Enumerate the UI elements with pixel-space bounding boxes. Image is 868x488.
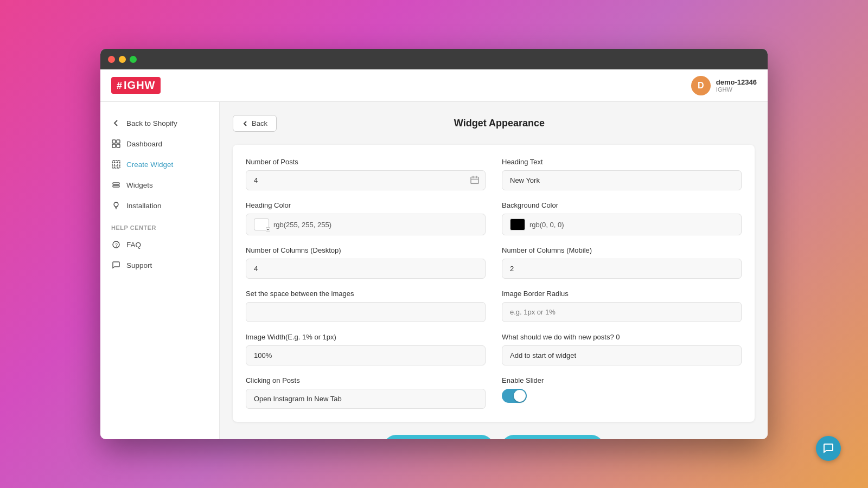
footer-buttons: COMPLETE PREVIEW: [233, 435, 755, 439]
svg-rect-9: [113, 183, 119, 184]
preview-button[interactable]: PREVIEW: [502, 435, 603, 439]
image-width-input[interactable]: [246, 345, 486, 365]
number-of-posts-input-wrapper: [246, 170, 486, 190]
heading-color-input-wrapper[interactable]: ▼ rgb(255, 255, 255): [246, 214, 486, 235]
toggle-knob: [514, 390, 526, 402]
form-grid: Number of Posts: [246, 158, 742, 409]
heading-color-label: Heading Color: [246, 201, 486, 209]
number-of-posts-input[interactable]: [246, 170, 486, 190]
minimize-button[interactable]: [119, 56, 126, 63]
user-text: demo-12346 IGHW: [716, 78, 757, 93]
user-subtitle: IGHW: [716, 86, 757, 93]
columns-mobile-input[interactable]: [502, 259, 742, 279]
image-width-label: Image Width(E.g. 1% or 1px): [246, 333, 486, 341]
svg-rect-2: [112, 144, 116, 147]
clicking-posts-group: Clicking on Posts Open Instagram In New …: [246, 376, 486, 409]
sidebar-label-faq: FAQ: [126, 241, 141, 249]
back-button-label: Back: [252, 119, 267, 127]
logo-hash: #: [117, 80, 123, 91]
svg-text:?: ?: [115, 242, 118, 248]
svg-rect-1: [117, 140, 120, 143]
svg-rect-15: [471, 177, 478, 183]
back-button[interactable]: Back: [233, 115, 277, 132]
clicking-posts-label: Clicking on Posts: [246, 376, 486, 384]
columns-desktop-group: Number of Columns (Desktop): [246, 246, 486, 279]
enable-slider-group: Enable Slider: [502, 376, 742, 409]
chat-circle-icon: [111, 260, 121, 270]
logo-box: #IGHW: [111, 77, 161, 94]
avatar: D: [691, 76, 711, 95]
logo-text: IGHW: [124, 79, 155, 91]
new-posts-label: What should we do with new posts? 0: [502, 333, 742, 341]
heading-text-input[interactable]: [502, 170, 742, 190]
color-swatch-dropdown: ▼: [266, 227, 270, 232]
app-logo: #IGHW: [111, 77, 161, 94]
number-of-posts-label: Number of Posts: [246, 158, 486, 166]
new-posts-group: What should we do with new posts? 0: [502, 333, 742, 365]
columns-desktop-input[interactable]: [246, 259, 486, 279]
space-between-label: Set the space between the images: [246, 290, 486, 298]
user-name: demo-12346: [716, 78, 757, 86]
sidebar-item-create-widget[interactable]: Create Widget: [100, 154, 219, 175]
form-card: Number of Posts: [233, 145, 755, 422]
sidebar-label-support: Support: [126, 261, 152, 269]
background-color-group: Background Color rgb(0, 0, 0): [502, 201, 742, 235]
heading-text-group: Heading Text: [502, 158, 742, 190]
lightbulb-icon: [111, 201, 121, 210]
border-radius-input[interactable]: [502, 302, 742, 322]
background-color-label: Background Color: [502, 201, 742, 209]
chat-bubble-button[interactable]: [816, 436, 841, 461]
svg-rect-4: [112, 160, 120, 168]
traffic-lights: [108, 56, 137, 63]
grid-icon: [111, 139, 121, 149]
background-color-value: rgb(0, 0, 0): [529, 221, 564, 229]
page-title: Widget Appearance: [288, 118, 711, 129]
background-color-swatch: [510, 219, 525, 230]
clicking-posts-select[interactable]: Open Instagram In New Tab: [246, 389, 486, 409]
columns-mobile-group: Number of Columns (Mobile): [502, 246, 742, 279]
main-content: Back Widget Appearance Number of Posts: [220, 102, 768, 439]
sidebar-item-widgets[interactable]: Widgets: [100, 175, 219, 195]
content-wrapper: #IGHW D demo-12346 IGHW: [100, 69, 768, 439]
question-circle-icon: ?: [111, 240, 121, 249]
body-row: Back to Shopify Dashboard: [100, 102, 768, 439]
sidebar-label-dashboard: Dashboard: [126, 140, 162, 148]
layers-icon: [111, 180, 121, 190]
sidebar-item-faq[interactable]: ? FAQ: [100, 234, 219, 255]
heading-color-value: rgb(255, 255, 255): [273, 221, 331, 229]
columns-mobile-label: Number of Columns (Mobile): [502, 246, 742, 254]
maximize-button[interactable]: [130, 56, 137, 63]
enable-slider-label: Enable Slider: [502, 376, 742, 384]
app-header: #IGHW D demo-12346 IGHW: [100, 69, 768, 102]
sidebar-item-installation[interactable]: Installation: [100, 195, 219, 216]
sidebar-label-create-widget: Create Widget: [126, 160, 173, 169]
heading-color-group: Heading Color ▼ rgb(255, 255, 255): [246, 201, 486, 235]
svg-rect-10: [113, 185, 119, 187]
enable-slider-toggle-row: [502, 389, 742, 403]
heading-color-swatch: ▼: [254, 219, 269, 230]
plus-grid-icon: [111, 159, 121, 169]
sidebar-item-back-shopify[interactable]: Back to Shopify: [100, 113, 219, 133]
page-header: Back Widget Appearance: [233, 115, 755, 132]
help-center-label: HELP CENTER: [100, 216, 219, 234]
arrow-left-icon: [111, 118, 121, 128]
enable-slider-toggle[interactable]: [502, 389, 527, 403]
sidebar-item-dashboard[interactable]: Dashboard: [100, 133, 219, 154]
background-color-input-wrapper[interactable]: rgb(0, 0, 0): [502, 214, 742, 235]
app-window: #IGHW D demo-12346 IGHW: [100, 49, 768, 439]
calendar-icon: [470, 175, 479, 185]
image-width-group: Image Width(E.g. 1% or 1px): [246, 333, 486, 365]
new-posts-input[interactable]: [502, 345, 742, 365]
sidebar: Back to Shopify Dashboard: [100, 102, 220, 439]
space-between-group: Set the space between the images: [246, 290, 486, 322]
heading-text-label: Heading Text: [502, 158, 742, 166]
sidebar-item-support[interactable]: Support: [100, 255, 219, 275]
border-radius-group: Image Border Radius: [502, 290, 742, 322]
sidebar-label-back-shopify: Back to Shopify: [126, 119, 177, 127]
titlebar: [100, 49, 768, 69]
close-button[interactable]: [108, 56, 115, 63]
svg-rect-3: [117, 144, 120, 147]
space-between-input[interactable]: [246, 302, 486, 322]
complete-button[interactable]: COMPLETE: [384, 435, 493, 439]
user-info: D demo-12346 IGHW: [691, 76, 757, 95]
